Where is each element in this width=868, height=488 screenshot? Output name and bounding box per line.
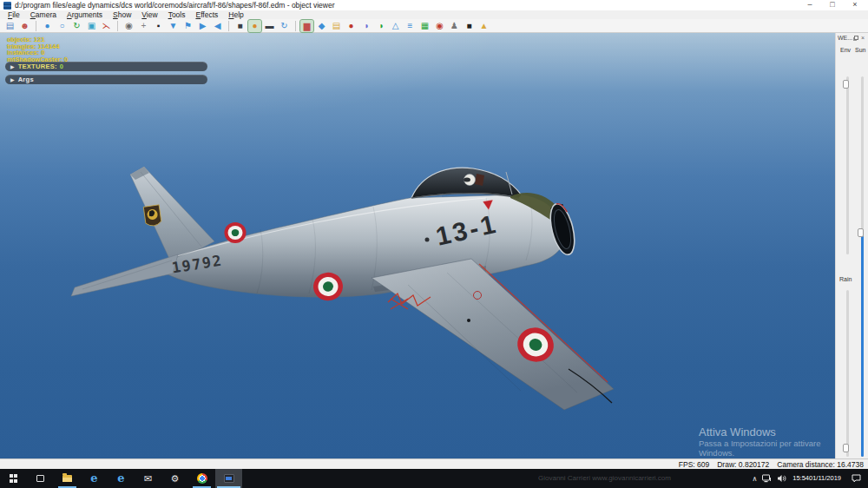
notification-center-icon[interactable] — [845, 469, 868, 488]
toolbar-lamp-button[interactable]: ▲ — [477, 20, 490, 32]
toolbar-user-button[interactable]: ☻ — [18, 20, 31, 32]
close-button[interactable]: × — [844, 0, 866, 10]
draw-readout: Draw: 0.820172 — [717, 460, 769, 469]
square-teal-icon: ▣ — [88, 20, 95, 32]
taskbar-settings-button[interactable]: ⚙ — [161, 469, 188, 488]
record-icon: ◉ — [436, 20, 444, 32]
hidden-icons-chevron[interactable]: ∧ — [749, 469, 760, 488]
minimize-button[interactable]: – — [799, 0, 821, 10]
aircraft-model[interactable]: 19792 13-1 — [0, 33, 835, 458]
toolbar-sphere-blue-button[interactable]: ● — [41, 20, 54, 32]
taskbar-chrome-button[interactable] — [188, 469, 215, 488]
taskbar-file-explorer-button[interactable] — [54, 469, 81, 488]
speaker-icon[interactable] — [774, 469, 789, 488]
mail-icon: ✉ — [144, 473, 152, 485]
taskbar-task-view-button[interactable] — [27, 469, 54, 488]
toolbar-refresh-green-button[interactable]: ↻ — [70, 20, 83, 32]
toolbar-monitor-button[interactable]: ▬ — [263, 20, 276, 32]
args-panel[interactable]: ▶ Args — [5, 75, 207, 84]
toolbar-person-button[interactable]: ♟ — [448, 20, 461, 32]
toolbar-grid-button[interactable]: ▦ — [418, 20, 431, 32]
crosshair-icon: + — [141, 20, 147, 32]
sun-slider[interactable] — [859, 76, 865, 457]
toolbar-record-button[interactable]: ◉ — [433, 20, 446, 32]
toolbar-sphere-segment-blue-button[interactable]: ◑ — [359, 20, 372, 32]
taskbar-object-viewer-button[interactable] — [215, 469, 242, 488]
toolbar-square-teal-button[interactable]: ▣ — [85, 20, 98, 32]
toolbar-sphere-material-button[interactable]: ● — [248, 20, 261, 32]
env-slider[interactable] — [845, 76, 851, 254]
refresh-green-icon: ↻ — [73, 20, 80, 32]
taskbar-edge-button[interactable]: e — [81, 469, 108, 488]
sphere-material-icon: ● — [252, 20, 257, 32]
toolbar-runner-button[interactable]: ⋋ — [100, 20, 113, 32]
toolbar-separator — [228, 21, 229, 31]
settings-icon: ⚙ — [171, 473, 180, 485]
menu-show[interactable]: Show — [108, 10, 136, 19]
toolbar-list-button[interactable]: ≡ — [404, 20, 417, 32]
menubar: FileCameraArgumentsShowViewToolsEffectsH… — [0, 10, 868, 19]
toolbar-diamond-button[interactable]: ◆ — [315, 20, 328, 32]
toolbar-rotate-blue-button[interactable]: ↻ — [278, 20, 291, 32]
box-dark-icon: ■ — [237, 20, 242, 32]
taskbar-mail-button[interactable]: ✉ — [135, 469, 161, 488]
taskbar: ee✉⚙ Giovanni Carrieri www.giovannicarri… — [0, 469, 868, 488]
tray-date: 01/11/2019 — [809, 475, 841, 482]
panel-close-button[interactable]: × — [859, 35, 866, 42]
menu-tools[interactable]: Tools — [163, 10, 191, 19]
fps-readout: FPS: 609 — [679, 460, 709, 469]
user-icon: ☻ — [20, 20, 30, 32]
toolbar-play-button[interactable]: ▶ — [196, 20, 209, 32]
wireframe-icon: △ — [392, 20, 399, 32]
box-black-icon: ■ — [466, 20, 471, 32]
toolbar-flag-button[interactable]: ⚑ — [181, 20, 194, 32]
taskbar-start-button[interactable] — [0, 469, 27, 488]
sphere-red-icon: ● — [348, 20, 353, 32]
grid-icon: ▦ — [421, 20, 429, 32]
menu-arguments[interactable]: Arguments — [62, 10, 108, 19]
circle-outline-icon: ○ — [59, 20, 64, 32]
rotate-blue-icon: ↻ — [280, 20, 287, 32]
toolbar-folders-button[interactable]: ▤ — [330, 20, 343, 32]
menu-file[interactable]: File — [3, 10, 25, 19]
headrest — [475, 174, 484, 186]
sphere-blue-icon: ● — [44, 20, 49, 32]
file-explorer-icon — [62, 475, 72, 482]
toolbar-box-dark-button[interactable]: ■ — [233, 20, 247, 32]
expand-arrow-icon: ▶ — [10, 63, 15, 69]
list-icon: ≡ — [408, 20, 413, 32]
flag-icon: ⚑ — [184, 20, 192, 32]
app-icon — [3, 2, 11, 10]
toolbar-arrow-left-button[interactable]: ◀ — [211, 20, 224, 32]
monitor-icon: ▬ — [266, 20, 274, 32]
textures-panel[interactable]: ▶ TEXTURES: 0 — [5, 62, 207, 71]
taskbar-clock[interactable]: 15:54 01/11/2019 — [789, 469, 845, 488]
toolbar-open-file-button[interactable]: ▤ — [3, 20, 16, 32]
taskbar-internet-explorer-button[interactable]: e — [108, 469, 135, 488]
filter-icon: ▼ — [169, 20, 178, 32]
squadron-emblem — [143, 205, 161, 227]
menu-camera[interactable]: Camera — [25, 10, 62, 19]
camera-distance-readout: Camera distance: 16.4738 — [777, 460, 864, 469]
menu-help[interactable]: Help — [223, 10, 248, 19]
toolbar-wireframe-button[interactable]: △ — [389, 20, 402, 32]
rain-slider[interactable] — [845, 290, 851, 457]
toolbar-sphere-segment-green-button[interactable]: ◑ — [374, 20, 387, 32]
toolbar-filter-button[interactable]: ▼ — [167, 20, 180, 32]
menu-effects[interactable]: Effects — [190, 10, 223, 19]
menu-view[interactable]: View — [136, 10, 162, 19]
toolbar-square-dark-button[interactable]: ▪ — [152, 20, 165, 32]
model-viewport[interactable]: 19792 13-1 — [0, 33, 835, 458]
toolbar-box-black-button[interactable]: ■ — [463, 20, 476, 32]
toolbar-circle-outline-button[interactable]: ○ — [56, 20, 69, 32]
chrome-icon — [197, 473, 207, 484]
network-icon[interactable] — [760, 469, 774, 488]
sphere-segment-green-icon: ◑ — [378, 20, 383, 32]
toolbar-camera-button[interactable]: ◉ — [122, 20, 135, 32]
toolbar-bar-chart-button[interactable]: ▆ — [300, 20, 313, 32]
main-wing — [372, 259, 614, 410]
toolbar-crosshair-button[interactable]: + — [137, 20, 150, 32]
restore-button[interactable]: □ — [821, 0, 844, 10]
undock-button[interactable] — [852, 35, 859, 42]
toolbar-sphere-red-button[interactable]: ● — [345, 20, 358, 32]
